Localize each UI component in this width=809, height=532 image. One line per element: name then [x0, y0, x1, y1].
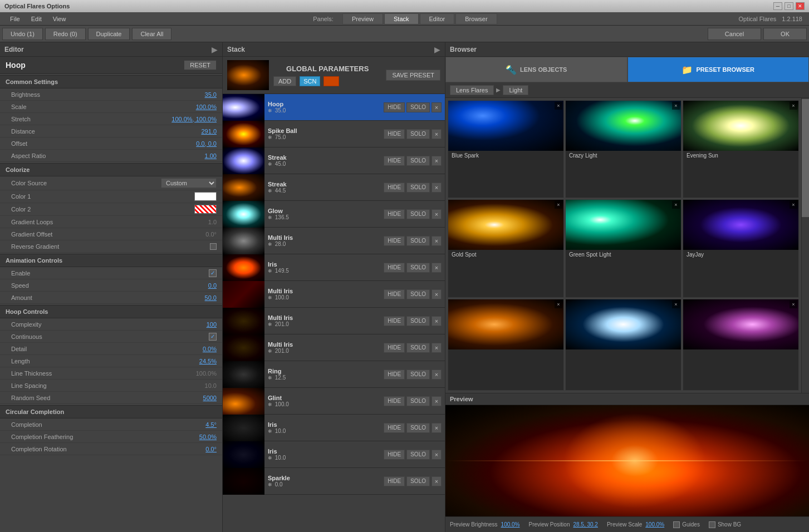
- solo-button-11[interactable]: SOLO: [406, 396, 430, 406]
- browser-item-6[interactable]: ×: [448, 299, 564, 391]
- solo-button-0[interactable]: SOLO: [406, 102, 430, 112]
- tab-editor[interactable]: Editor: [420, 13, 455, 24]
- browser-item-2[interactable]: Evening Sun ×: [683, 100, 799, 198]
- menu-view[interactable]: View: [47, 14, 72, 23]
- stack-item-13[interactable]: Iris ❄ 10.0 HIDE SOLO ×: [223, 441, 445, 468]
- close-button[interactable]: ✕: [796, 2, 805, 10]
- browser-item-5[interactable]: JayJay ×: [683, 199, 799, 297]
- color-source-dropdown[interactable]: Custom: [161, 178, 217, 188]
- detail-value[interactable]: 0.0%: [203, 346, 217, 352]
- stack-item-8[interactable]: Multi Iris ❄ 201.0 HIDE SOLO ×: [223, 308, 445, 334]
- preview-scale-value[interactable]: 100.0%: [645, 521, 664, 528]
- browser-grid[interactable]: Blue Spark × Crazy Light × Evening Sun ×: [445, 98, 801, 393]
- browser-item-3[interactable]: Gold Spot ×: [448, 199, 564, 297]
- browser-remove-8[interactable]: ×: [790, 301, 797, 308]
- remove-button-7[interactable]: ×: [432, 289, 442, 299]
- show-bg-checkbox[interactable]: [709, 521, 715, 528]
- duplicate-button[interactable]: Duplicate: [88, 28, 130, 40]
- preview-brightness-value[interactable]: 100.0%: [501, 521, 520, 528]
- menu-file[interactable]: File: [4, 14, 26, 23]
- solo-button-8[interactable]: SOLO: [406, 316, 430, 326]
- browser-remove-3[interactable]: ×: [555, 201, 562, 209]
- solo-button-12[interactable]: SOLO: [406, 423, 430, 433]
- random-seed-value[interactable]: 5000: [203, 395, 217, 401]
- stack-item-14[interactable]: Sparkle ❄ 0.0 HIDE SOLO ×: [223, 468, 445, 495]
- amount-value[interactable]: 50.0: [205, 294, 217, 301]
- hide-button-13[interactable]: HIDE: [384, 450, 405, 460]
- stack-item-2[interactable]: Streak ❄ 45.0 HIDE SOLO ×: [223, 147, 445, 174]
- browser-item-7[interactable]: ×: [565, 299, 681, 391]
- scale-value[interactable]: 100.0%: [196, 104, 217, 110]
- add-button[interactable]: ADD: [273, 76, 296, 86]
- ok-button[interactable]: OK: [763, 28, 807, 40]
- completion-feathering-value[interactable]: 50.0%: [199, 434, 217, 440]
- stack-item-11[interactable]: Glint ❄ 100.0 HIDE SOLO ×: [223, 388, 445, 415]
- browser-scrollbar-thumb[interactable]: [802, 99, 809, 217]
- browser-item-1[interactable]: Crazy Light ×: [565, 100, 681, 198]
- stack-item-7[interactable]: Multi Iris ❄ 100.0 HIDE SOLO ×: [223, 281, 445, 308]
- hide-button-0[interactable]: HIDE: [384, 102, 405, 112]
- scn-button[interactable]: SCN: [300, 76, 320, 86]
- guides-checkbox[interactable]: [673, 521, 680, 528]
- redo-button[interactable]: Redo (0): [45, 28, 86, 40]
- remove-button-14[interactable]: ×: [432, 476, 442, 486]
- browser-remove-5[interactable]: ×: [790, 201, 797, 209]
- browser-remove-4[interactable]: ×: [672, 201, 680, 209]
- editor-scroll-area[interactable]: Common Settings Brightness 35.0 Scale 10…: [0, 74, 222, 532]
- browser-remove-2[interactable]: ×: [790, 102, 797, 110]
- hide-button-10[interactable]: HIDE: [384, 370, 405, 380]
- menu-edit[interactable]: Edit: [26, 14, 47, 23]
- completion-rotation-value[interactable]: 0.0°: [205, 446, 217, 452]
- stack-item-0[interactable]: Hoop ❄ 35.0 HIDE SOLO ×: [223, 94, 445, 121]
- cancel-button[interactable]: Cancel: [708, 28, 761, 40]
- browser-remove-1[interactable]: ×: [672, 102, 680, 110]
- remove-button-1[interactable]: ×: [432, 129, 442, 139]
- distance-value[interactable]: 291.0: [201, 128, 217, 135]
- stack-item-4[interactable]: Glow ❄ 136.5 HIDE SOLO ×: [223, 201, 445, 228]
- tab-stack[interactable]: Stack: [384, 13, 419, 24]
- tab-browser[interactable]: Browser: [455, 13, 497, 24]
- remove-button-8[interactable]: ×: [432, 316, 442, 326]
- remove-button-11[interactable]: ×: [432, 396, 442, 406]
- tab-preview[interactable]: Preview: [342, 13, 383, 24]
- completion-value[interactable]: 4.5°: [205, 421, 217, 428]
- remove-button-6[interactable]: ×: [432, 263, 442, 273]
- solo-button-6[interactable]: SOLO: [406, 263, 430, 273]
- hide-button-4[interactable]: HIDE: [384, 209, 405, 219]
- browser-item-4[interactable]: Green Spot Light ×: [565, 199, 681, 297]
- brightness-value[interactable]: 35.0: [205, 91, 217, 98]
- remove-button-5[interactable]: ×: [432, 236, 442, 246]
- clear-all-button[interactable]: Clear All: [132, 28, 171, 40]
- stack-item-5[interactable]: Multi Iris ❄ 28.0 HIDE SOLO ×: [223, 228, 445, 254]
- browser-item-0[interactable]: Blue Spark ×: [448, 100, 564, 198]
- hide-button-2[interactable]: HIDE: [384, 156, 405, 166]
- solo-button-7[interactable]: SOLO: [406, 289, 430, 299]
- undo-button[interactable]: Undo (1): [2, 28, 43, 40]
- remove-button-4[interactable]: ×: [432, 209, 442, 219]
- browser-remove-0[interactable]: ×: [555, 102, 562, 110]
- solo-button-13[interactable]: SOLO: [406, 450, 430, 460]
- remove-button-12[interactable]: ×: [432, 423, 442, 433]
- hide-button-8[interactable]: HIDE: [384, 316, 405, 326]
- aspect-ratio-value[interactable]: 1.00: [205, 152, 217, 159]
- minimize-button[interactable]: ─: [773, 2, 782, 10]
- remove-button-3[interactable]: ×: [432, 183, 442, 193]
- stack-collapse-arrow[interactable]: ▶: [434, 45, 440, 54]
- remove-button-10[interactable]: ×: [432, 370, 442, 380]
- hide-button-1[interactable]: HIDE: [384, 129, 405, 139]
- offset-value[interactable]: 0.0, 0.0: [196, 140, 217, 147]
- continuous-checkbox[interactable]: ✓: [209, 333, 217, 341]
- hide-button-5[interactable]: HIDE: [384, 236, 405, 246]
- stack-item-12[interactable]: Iris ❄ 10.0 HIDE SOLO ×: [223, 415, 445, 441]
- stack-item-1[interactable]: Spike Ball ❄ 75.0 HIDE SOLO ×: [223, 121, 445, 147]
- browser-scrollbar[interactable]: [801, 98, 809, 393]
- solo-button-5[interactable]: SOLO: [406, 236, 430, 246]
- editor-collapse-arrow[interactable]: ▶: [212, 45, 218, 54]
- hide-button-11[interactable]: HIDE: [384, 396, 405, 406]
- hide-button-6[interactable]: HIDE: [384, 263, 405, 273]
- maximize-button[interactable]: □: [785, 2, 793, 10]
- save-preset-button[interactable]: SAVE PRESET: [386, 70, 440, 81]
- tab-lens-objects[interactable]: 🔦 LENS OBJECTS: [445, 57, 627, 82]
- stack-list[interactable]: Hoop ❄ 35.0 HIDE SOLO × Spike Ball: [223, 94, 445, 532]
- complexity-value[interactable]: 100: [207, 321, 217, 328]
